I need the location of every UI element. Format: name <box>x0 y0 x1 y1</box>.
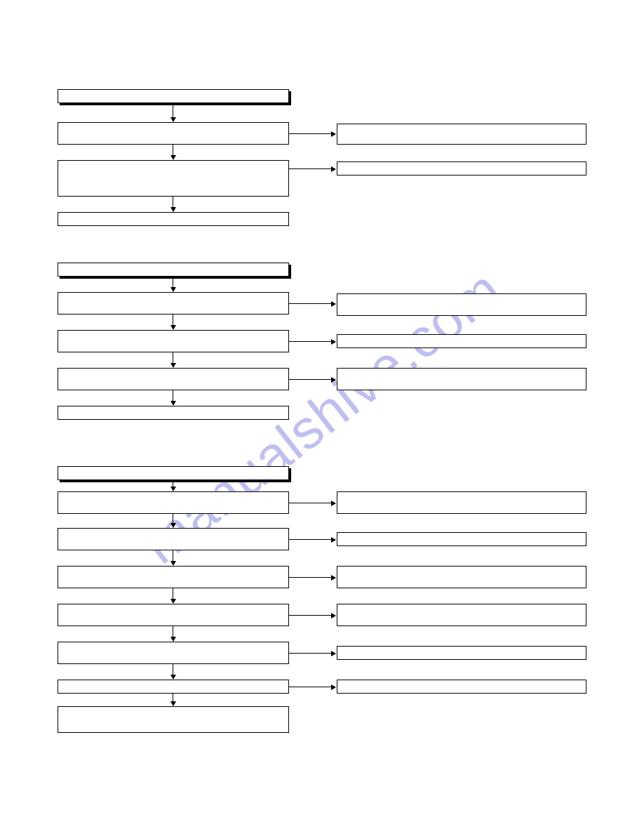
arrow-down-icon <box>170 701 176 706</box>
arrow-down-icon <box>170 523 176 528</box>
connector-line <box>289 687 331 687</box>
arrow-right-icon <box>331 166 336 172</box>
arrow-down-icon <box>170 325 176 330</box>
connector-line <box>173 664 173 675</box>
flowchart-step-box <box>58 212 289 226</box>
flowchart-header-box <box>58 263 289 277</box>
flowchart-step-box <box>58 604 289 626</box>
arrow-right-icon <box>331 651 336 656</box>
flowchart-step-box <box>58 122 289 145</box>
flowchart-side-box <box>337 646 586 660</box>
flowchart-side-box <box>337 293 586 316</box>
arrow-down-icon <box>170 637 176 642</box>
arrow-down-icon <box>170 287 176 292</box>
connector-line <box>173 626 173 637</box>
flowchart-step-box <box>58 528 289 550</box>
connector-line <box>173 588 173 599</box>
connector-line <box>173 390 173 401</box>
flowchart-step-box <box>58 292 289 315</box>
flowchart-step-box <box>58 680 289 694</box>
flowchart-step-box <box>58 368 289 390</box>
arrow-right-icon <box>331 537 336 543</box>
flowchart-side-box <box>337 334 586 348</box>
arrow-right-icon <box>331 501 336 506</box>
flowchart-header-box <box>58 89 289 103</box>
connector-line <box>289 653 331 654</box>
flowchart-side-box <box>337 368 586 390</box>
arrow-right-icon <box>331 613 336 618</box>
arrow-right-icon <box>331 377 336 383</box>
flowchart-side-box <box>337 604 586 626</box>
connector-line <box>173 514 173 523</box>
connector-line <box>289 379 331 380</box>
arrow-down-icon <box>170 363 176 368</box>
arrow-down-icon <box>170 486 176 491</box>
connector-line <box>173 480 173 486</box>
arrow-down-icon <box>170 561 176 566</box>
flowchart-step-box <box>58 406 289 420</box>
flowchart-step-box <box>58 491 289 514</box>
arrow-down-icon <box>170 599 176 604</box>
arrow-right-icon <box>331 301 336 307</box>
flowchart-step-box <box>58 642 289 664</box>
flowchart-side-box <box>337 532 586 546</box>
connector-line <box>173 197 173 207</box>
connector-line <box>289 133 331 134</box>
flowchart-side-box <box>337 491 586 514</box>
connector-line <box>289 341 331 342</box>
flowchart-header-box <box>58 466 289 480</box>
arrow-right-icon <box>331 575 336 581</box>
arrow-down-icon <box>170 675 176 680</box>
connector-line <box>289 503 331 503</box>
arrow-right-icon <box>331 339 336 345</box>
connector-line <box>289 539 331 540</box>
flowchart-side-box <box>337 566 586 588</box>
arrow-down-icon <box>170 155 176 160</box>
connector-line <box>173 103 173 117</box>
connector-line <box>173 277 173 287</box>
connector-line <box>289 577 331 578</box>
connector-line <box>173 694 173 701</box>
flowchart-step-box <box>58 706 289 733</box>
connector-line <box>173 315 173 325</box>
flowchart-side-box <box>337 124 586 145</box>
connector-line <box>289 615 331 616</box>
flowchart-step-box <box>58 160 289 197</box>
flowchart-side-box <box>337 680 586 694</box>
arrow-right-icon <box>331 131 336 137</box>
flowchart-side-box <box>337 161 586 176</box>
connector-line <box>173 352 173 363</box>
flowchart-step-box <box>58 566 289 588</box>
flowchart-step-box <box>58 330 289 352</box>
connector-line <box>289 303 331 304</box>
arrow-right-icon <box>331 684 336 690</box>
connector-line <box>289 168 331 169</box>
connector-line <box>173 550 173 561</box>
arrow-down-icon <box>170 207 176 212</box>
arrow-down-icon <box>170 401 176 406</box>
arrow-down-icon <box>170 117 176 122</box>
connector-line <box>173 145 173 155</box>
